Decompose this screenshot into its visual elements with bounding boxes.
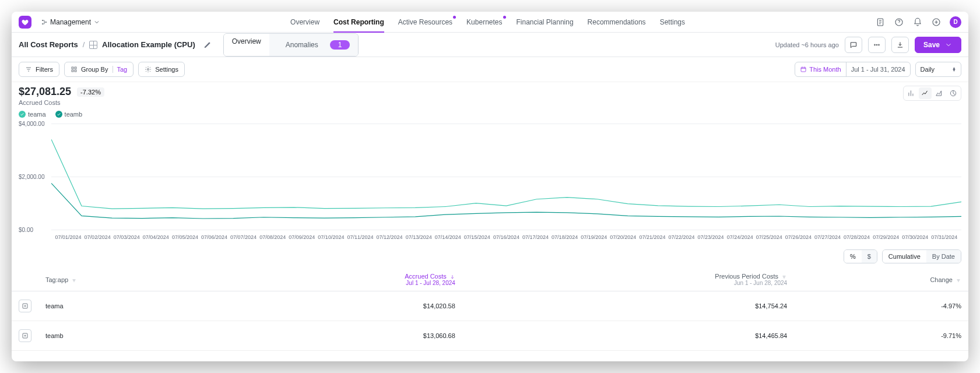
metric-value: $27,081.25 [19, 86, 71, 98]
chevron-down-icon [944, 41, 953, 49]
sort-desc-icon [449, 274, 455, 280]
th-accrued[interactable]: Accrued Costs Jul 1 - Jul 28, 2024 [214, 268, 462, 291]
cell-change: -4.97% [794, 291, 968, 321]
cell-accrued: $13,060.68 [214, 321, 462, 351]
x-tick: 07/24/2024 [725, 234, 754, 240]
svg-point-6 [874, 44, 876, 45]
cell-tag: teama [38, 291, 214, 321]
svg-rect-9 [72, 67, 73, 69]
nav-overview[interactable]: Overview [290, 12, 319, 32]
unit-toggle[interactable]: % $ [844, 249, 877, 263]
filter-icon [25, 66, 32, 73]
legend-teamb[interactable]: teamb [55, 111, 83, 118]
workspace-switcher[interactable]: Management [41, 18, 100, 26]
unit-pct[interactable]: % [844, 250, 862, 263]
nav-cost-reporting[interactable]: Cost Reporting [333, 12, 384, 32]
chart-bar-icon[interactable] [905, 87, 918, 99]
docs-icon[interactable] [875, 17, 886, 27]
settings-button[interactable]: Settings [138, 62, 185, 77]
legend-teama[interactable]: teama [19, 111, 46, 118]
main-nav: Overview Cost Reporting Active Resources… [110, 12, 866, 32]
cell-prev: $14,465.84 [462, 321, 794, 351]
x-tick: 07/13/2024 [404, 234, 433, 240]
anomaly-count-badge: 1 [330, 40, 350, 50]
x-tick: 07/12/2024 [375, 234, 404, 240]
x-tick: 07/04/2024 [141, 234, 170, 240]
x-tick: 07/17/2024 [521, 234, 550, 240]
updated-label: Updated ~6 hours ago [775, 41, 839, 48]
x-axis: 07/01/202407/02/202407/03/202407/04/2024… [54, 232, 959, 240]
more-button[interactable] [868, 37, 886, 53]
sort-icon [781, 274, 787, 280]
subtab-anomalies[interactable]: Anomalies 1 [269, 34, 359, 56]
chart-area-icon[interactable] [933, 87, 946, 99]
x-tick: 07/05/2024 [170, 234, 199, 240]
x-tick: 07/09/2024 [287, 234, 317, 240]
row-expand-icon[interactable] [19, 300, 31, 312]
hierarchy-icon [41, 19, 48, 26]
table-row[interactable]: teamb$13,060.68$14,465.84-9.71% [12, 321, 968, 351]
nav-kubernetes[interactable]: Kubernetes [466, 12, 502, 32]
cell-accrued: $14,020.58 [214, 291, 462, 321]
nav-financial-planning[interactable]: Financial Planning [517, 12, 574, 32]
metric-delta: -7.32% [77, 87, 104, 97]
x-tick: 07/26/2024 [784, 234, 813, 240]
chart-line-icon[interactable] [919, 87, 932, 99]
x-tick: 07/21/2024 [638, 234, 667, 240]
nav-dot-icon [453, 16, 456, 19]
download-button[interactable] [891, 37, 909, 53]
bell-icon[interactable] [912, 17, 923, 27]
line-chart: $4,000.00 $2,000.00 $0.00 [19, 121, 961, 232]
x-tick: 07/06/2024 [199, 234, 229, 240]
nav-active-resources[interactable]: Active Resources [398, 12, 452, 32]
svg-point-13 [147, 69, 149, 71]
mode-toggle[interactable]: Cumulative By Date [882, 249, 961, 263]
svg-point-8 [879, 44, 880, 45]
granularity-select[interactable]: Daily ▲▼ [915, 62, 961, 77]
avatar[interactable]: D [950, 16, 961, 28]
row-expand-icon[interactable] [19, 329, 31, 342]
x-tick: 07/27/2024 [813, 234, 842, 240]
x-tick: 07/29/2024 [872, 234, 901, 240]
x-tick: 07/25/2024 [754, 234, 784, 240]
x-tick: 07/22/2024 [667, 234, 696, 240]
subtab-overview[interactable]: Overview [224, 34, 269, 56]
th-prev[interactable]: Previous Period Costs Jun 1 - Jun 28, 20… [462, 268, 794, 291]
chart-pie-icon[interactable] [947, 87, 960, 99]
sort-icon [71, 277, 77, 283]
chart-type-switch [903, 86, 961, 101]
th-change[interactable]: Change [794, 268, 968, 291]
x-tick: 07/30/2024 [901, 234, 930, 240]
mode-cumulative[interactable]: Cumulative [883, 250, 926, 263]
add-icon[interactable] [931, 17, 942, 27]
svg-rect-10 [75, 67, 76, 69]
brand-logo[interactable] [19, 16, 31, 29]
x-tick: 07/20/2024 [609, 234, 638, 240]
comment-button[interactable] [845, 37, 862, 53]
x-tick: 07/23/2024 [696, 234, 725, 240]
group-by-button[interactable]: Group By Tag [64, 62, 134, 77]
group-icon [71, 66, 78, 73]
th-tag[interactable]: Tag:app [38, 268, 214, 291]
breadcrumb-sep: / [83, 40, 85, 49]
breadcrumb-current: Allocation Example (CPU) [89, 40, 195, 50]
table-row[interactable]: teama$14,020.58$14,754.24-4.97% [12, 291, 968, 321]
svg-point-7 [876, 44, 877, 45]
save-button[interactable]: Save [915, 37, 961, 53]
cell-tag: teamb [38, 321, 214, 351]
help-icon[interactable] [894, 17, 904, 27]
date-range-picker[interactable]: This Month Jul 1 - Jul 31, 2024 [795, 62, 910, 77]
mode-bydate[interactable]: By Date [926, 250, 961, 263]
pencil-icon[interactable] [203, 41, 212, 49]
svg-rect-11 [72, 70, 73, 72]
workspace-name: Management [50, 18, 91, 26]
x-tick: 07/19/2024 [579, 234, 609, 240]
chevron-down-icon [93, 19, 100, 26]
filters-button[interactable]: Filters [19, 62, 59, 77]
unit-usd[interactable]: $ [862, 250, 877, 263]
nav-recommendations[interactable]: Recommendations [588, 12, 646, 32]
nav-settings[interactable]: Settings [660, 12, 685, 32]
y-tick: $0.00 [19, 227, 33, 233]
subtab-group: Overview Anomalies 1 [223, 33, 359, 57]
breadcrumb-root[interactable]: All Cost Reports [19, 40, 78, 49]
